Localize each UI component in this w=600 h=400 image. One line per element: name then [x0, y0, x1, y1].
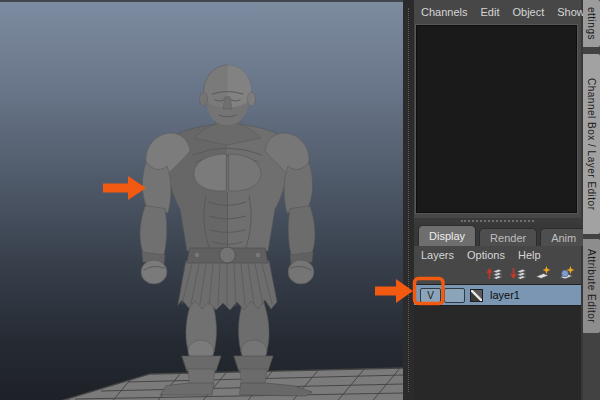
menu-edit[interactable]: Edit — [480, 6, 499, 18]
ground-plane[interactable] — [57, 368, 403, 400]
layer-playback-checkbox[interactable] — [444, 288, 465, 303]
tab-anim[interactable]: Anim — [540, 228, 587, 246]
channel-box-empty-area[interactable] — [416, 25, 577, 213]
layer-editor: Display Render Anim Layers Options Help — [414, 218, 581, 400]
channel-box-panel: Channels Edit Object Show Display Render… — [414, 0, 583, 400]
layer-editor-splitter-handle[interactable] — [414, 218, 581, 224]
maya-window: Channels Edit Object Show Display Render… — [0, 0, 600, 400]
tab-display[interactable]: Display — [418, 225, 476, 246]
tab-channel-box-layer-editor[interactable]: Channel Box / Layer Editor — [583, 54, 600, 234]
tab-tool-settings[interactable]: ettings — [583, 0, 600, 47]
layer-name: layer1 — [490, 289, 520, 301]
layer-color-swatch[interactable] — [470, 289, 483, 302]
layer-list: V layer1 — [414, 284, 581, 400]
layer-editor-toolbar — [414, 263, 581, 284]
menu-object[interactable]: Object — [512, 6, 544, 18]
character-model[interactable] — [140, 65, 315, 396]
layer-editor-tabstrip: Display Render Anim — [414, 224, 581, 246]
move-layer-up-icon[interactable] — [486, 265, 503, 282]
create-empty-layer-icon[interactable] — [534, 265, 551, 282]
layer-visibility-checkbox[interactable]: V — [420, 288, 441, 303]
panel-menubar: Channels Edit Object Show — [414, 0, 581, 24]
tab-attribute-editor[interactable]: Attribute Editor — [583, 239, 600, 333]
menu-layers[interactable]: Layers — [421, 249, 454, 261]
side-tab-strip: ettings Channel Box / Layer Editor Attri… — [583, 0, 600, 400]
menu-help[interactable]: Help — [518, 249, 541, 261]
create-layer-from-selected-icon[interactable] — [558, 265, 575, 282]
tab-render[interactable]: Render — [479, 228, 537, 246]
panel-splitter[interactable] — [403, 0, 414, 400]
layer-row[interactable]: V layer1 — [414, 285, 581, 306]
viewport-3d[interactable] — [0, 0, 403, 400]
layer-editor-menubar: Layers Options Help — [414, 246, 581, 263]
menu-channels[interactable]: Channels — [421, 6, 467, 18]
menu-show[interactable]: Show — [557, 6, 585, 18]
move-layer-down-icon[interactable] — [510, 265, 527, 282]
menu-options[interactable]: Options — [467, 249, 505, 261]
